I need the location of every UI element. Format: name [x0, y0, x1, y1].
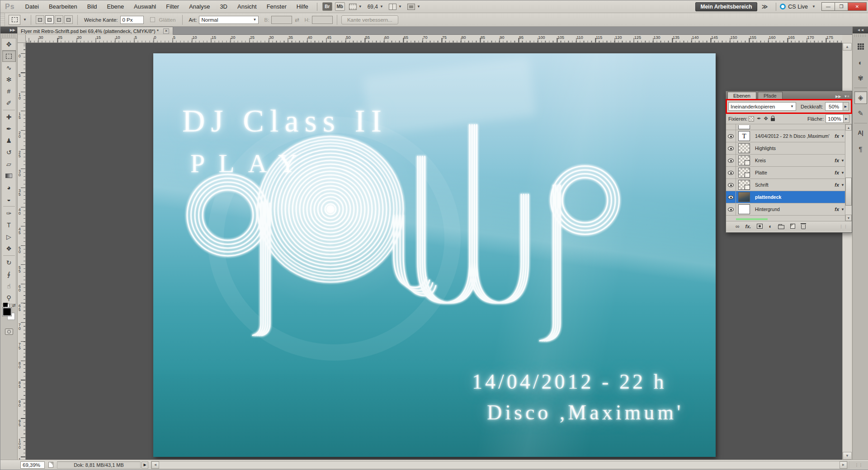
panel-icon-adjustments[interactable]: ◐	[854, 56, 867, 69]
link-layers-icon[interactable]: ∞	[736, 223, 740, 230]
fx-badge[interactable]: fx	[835, 207, 839, 212]
layer-row-platte[interactable]: Plattefx▼	[726, 167, 852, 179]
tool-direct-selection[interactable]: ▷	[2, 231, 16, 243]
menu-fenster[interactable]: Fenster	[262, 1, 292, 12]
layer-row-highlights[interactable]: Highlights	[726, 142, 852, 155]
selection-mode-add[interactable]	[45, 15, 54, 24]
opacity-spinner-icon[interactable]: ▶	[843, 102, 849, 111]
lock-position-icon[interactable]: ✥	[764, 116, 768, 122]
visibility-toggle[interactable]	[726, 142, 736, 154]
tool-eraser[interactable]: ▱	[2, 158, 16, 170]
layer-row-kreis[interactable]: Kreisfx▼	[726, 155, 852, 167]
restore-button[interactable]: ❐	[835, 2, 848, 11]
tool-dock-collapse[interactable]: ▶▶	[0, 27, 17, 33]
visibility-toggle[interactable]	[726, 130, 736, 142]
workspace-overflow-icon[interactable]: ≫	[757, 3, 773, 10]
dock-collapse[interactable]: ◄◄	[853, 27, 868, 33]
tool-clone-stamp[interactable]: ♟	[2, 135, 16, 146]
tool-pen[interactable]: ✑	[2, 207, 16, 219]
zoom-level-control[interactable]: 69,4 ▼	[368, 4, 383, 10]
status-flyout-icon[interactable]: ▶	[142, 461, 148, 469]
adjustment-layer-icon[interactable]: ◐	[769, 223, 772, 230]
visibility-toggle[interactable]	[726, 155, 736, 166]
layers-scrollbar[interactable]: ▲ ▼	[845, 124, 852, 221]
tool-lasso[interactable]: ∿	[2, 62, 16, 74]
layer-row-14-04-2012-22-h-disco-maximum[interactable]: T14/04/2012 - 22 h Disco ,Maximum'fx▼	[726, 130, 852, 142]
menu-analyse[interactable]: Analyse	[184, 1, 215, 12]
status-zoom-input[interactable]: 69,39%	[20, 461, 45, 469]
close-button[interactable]: ✕	[848, 2, 867, 11]
tool-history-brush[interactable]: ↺	[2, 146, 16, 158]
selection-mode-subtract[interactable]	[55, 15, 63, 24]
tool-dock-grip[interactable]	[2, 34, 16, 38]
lock-all-icon[interactable]	[771, 116, 775, 121]
close-tab-icon[interactable]: ✕	[163, 28, 169, 34]
tool-eyedropper[interactable]: ✐	[2, 97, 16, 109]
lock-pixels-icon[interactable]: ✒	[757, 116, 761, 122]
panel-icon-swatches[interactable]	[854, 40, 867, 53]
panel-menu-icon[interactable]: ▼≡	[844, 94, 849, 99]
menu-bild[interactable]: Bild	[82, 1, 102, 12]
layer-thumbnail[interactable]	[736, 180, 752, 190]
layer-thumbnail[interactable]	[736, 155, 752, 165]
horizontal-scrollbar[interactable]: ◄ ►	[151, 461, 848, 469]
default-colors-icon[interactable]	[3, 303, 8, 307]
layer-thumbnail[interactable]	[736, 168, 752, 178]
minimize-button[interactable]: —	[821, 2, 835, 11]
screen-mode-button[interactable]: ▼	[407, 4, 420, 10]
tool-move[interactable]: ✥	[2, 38, 16, 50]
scroll-down-icon[interactable]: ▼	[845, 215, 852, 221]
layer-row-partial[interactable]	[726, 124, 852, 130]
fx-badge[interactable]: fx	[835, 170, 839, 175]
quick-mask-button[interactable]	[5, 329, 13, 335]
refine-edge-button[interactable]: Kante verbessern...	[341, 15, 398, 24]
layer-thumbnail[interactable]	[736, 192, 752, 202]
menu-ebene[interactable]: Ebene	[102, 1, 129, 12]
panel-collapse-icon[interactable]: ▶▶	[835, 94, 841, 99]
tool-rectangular-marquee[interactable]	[2, 50, 16, 62]
fx-expand-icon[interactable]: ▼	[841, 159, 844, 163]
visibility-toggle[interactable]	[726, 179, 736, 191]
fill-input[interactable]: 100%	[826, 114, 844, 123]
style-select[interactable]: Normal ▼	[199, 16, 259, 24]
tool-gradient[interactable]	[2, 170, 16, 182]
layer-style-icon[interactable]: fx.	[745, 224, 751, 229]
scroll-up-icon[interactable]: ▲	[845, 124, 852, 131]
menu-3d[interactable]: 3D	[215, 1, 232, 12]
tool-brush[interactable]: ✒	[2, 123, 16, 135]
menu-filter[interactable]: Filter	[161, 1, 184, 12]
bridge-button[interactable]: Br	[322, 2, 332, 11]
layer-row-hintergrund[interactable]: Hintergrundfx▼	[726, 203, 852, 216]
fx-badge[interactable]: fx	[835, 182, 839, 188]
blend-mode-select[interactable]: Ineinanderkopieren ▼	[728, 102, 796, 111]
panel-icon-paragraph[interactable]: ¶	[854, 142, 867, 155]
antialias-checkbox[interactable]	[150, 17, 155, 22]
cs-live-button[interactable]: CS Live ▼	[780, 4, 816, 10]
lock-transparency-icon[interactable]	[749, 116, 754, 122]
view-extras-button[interactable]: ▼	[349, 4, 362, 10]
visibility-toggle[interactable]	[726, 191, 736, 203]
layer-row-plattendeck[interactable]: plattendeck	[726, 191, 852, 203]
layer-group-icon[interactable]	[778, 224, 784, 229]
tool-crop[interactable]: #	[2, 85, 16, 97]
layer-thumbnail[interactable]	[736, 143, 752, 153]
tool-preset-button[interactable]	[9, 15, 20, 25]
menu-datei[interactable]: Datei	[20, 1, 44, 12]
panel-resize-grip[interactable]: ⋮⋮	[839, 224, 848, 229]
layer-row-schrift[interactable]: Schriftfx▼	[726, 179, 852, 191]
vertical-ruler[interactable]: 051 01 52 02 53 03 54 04 55 05 56 06 57 …	[18, 43, 26, 460]
zoom-level-value[interactable]: 69,4	[368, 4, 378, 10]
selection-mode-new[interactable]	[36, 15, 44, 24]
tool-blur[interactable]: ◕	[2, 182, 16, 193]
swap-colors-icon[interactable]: ⇄	[12, 303, 16, 308]
opacity-input[interactable]: 50%	[825, 102, 843, 111]
scroll-left-icon[interactable]: ◄	[151, 461, 159, 469]
mini-bridge-button[interactable]: Mb	[335, 2, 345, 11]
scroll-right-icon[interactable]: ►	[840, 461, 847, 469]
tool-3d-rotate[interactable]: ↻	[2, 257, 16, 268]
dock-grip[interactable]	[854, 34, 867, 37]
foreground-color-swatch[interactable]	[3, 308, 11, 316]
fx-expand-icon[interactable]: ▼	[841, 183, 844, 187]
tool-healing-brush[interactable]: ✚	[2, 111, 16, 123]
scroll-down-icon[interactable]: ▼	[843, 452, 852, 460]
